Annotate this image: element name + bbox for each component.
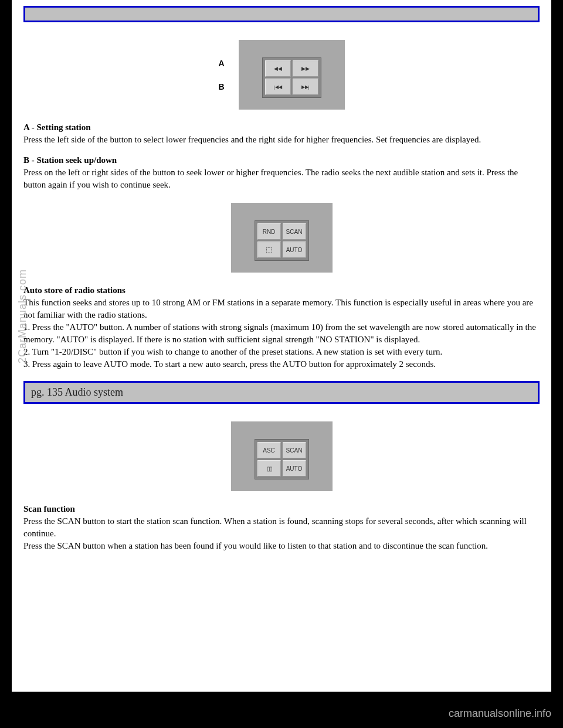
label-a: A <box>218 52 224 75</box>
forward-icon <box>293 60 318 77</box>
auto-store-body1: This function seeks and stores up to 10 … <box>23 298 533 319</box>
figure-2: RND SCAN AUTO <box>23 203 540 273</box>
scan-function-heading: Scan function <box>23 504 75 513</box>
setting-station-heading: A - Setting station <box>23 123 91 132</box>
scan-function-body2: Press the SCAN button when a station has… <box>23 541 488 550</box>
scan-function-section: Scan function Press the SCAN button to s… <box>23 503 540 552</box>
auto-button-2: AUTO <box>283 460 306 477</box>
auto-store-body4: 3. Press again to leave AUTO mode. To st… <box>23 359 436 369</box>
radio-panel-2: RND SCAN AUTO <box>231 203 333 273</box>
figure-labels: A B <box>218 52 224 98</box>
footer-url: carmanualsonline.info <box>449 707 551 720</box>
scan-function-body1: Press the SCAN button to start the stati… <box>23 516 527 538</box>
scan-button-2: SCAN <box>283 442 306 458</box>
auto-store-body3: 2. Turn "1-20/DISC" button if you wish t… <box>23 347 442 356</box>
rewind-icon <box>265 60 291 77</box>
station-seek-heading: B - Station seek up/down <box>23 155 117 165</box>
rnd-button: RND <box>257 223 281 240</box>
seek-down-icon <box>265 79 291 95</box>
radio-panel-3: ASC SCAN AUTO <box>231 421 333 491</box>
station-seek-section: B - Station seek up/down Press on the le… <box>23 154 540 191</box>
asc-button: ASC <box>257 442 281 458</box>
figure-1: A B <box>23 40 540 110</box>
seek-up-icon <box>293 79 318 95</box>
figure-3: ASC SCAN AUTO <box>23 421 540 491</box>
cassette-icon <box>257 241 281 258</box>
station-seek-body: Press on the left or right sides of the … <box>23 168 518 189</box>
auto-store-body2: 1. Press the "AUTO" button. A number of … <box>23 322 536 344</box>
auto-button: AUTO <box>283 241 306 258</box>
setting-station-body: Press the left side of the button to sel… <box>23 135 481 144</box>
scan-button: SCAN <box>283 223 306 240</box>
label-b: B <box>218 75 224 98</box>
top-header-bar <box>23 6 540 22</box>
page-section-header: pg. 135 Audio system <box>23 381 540 404</box>
auto-store-section: Auto store of radio stations This functi… <box>23 284 540 370</box>
auto-store-heading: Auto store of radio stations <box>23 285 126 295</box>
page-content: A B A - Setting station Press the left s… <box>12 0 551 692</box>
radio-panel-1 <box>239 40 345 110</box>
watermark-text: 2CarManuals.com <box>16 269 29 363</box>
setting-station-section: A - Setting station Press the left side … <box>23 121 540 146</box>
dolby-icon <box>257 460 281 477</box>
